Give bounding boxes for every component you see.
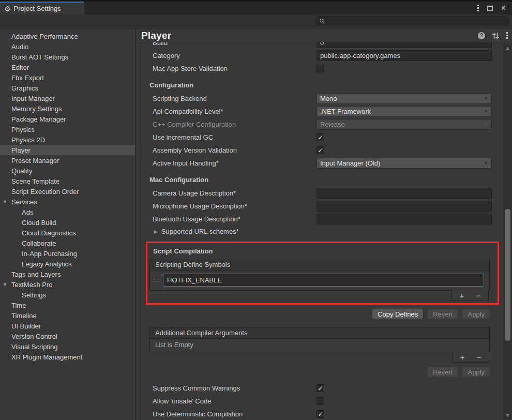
allow-unsafe-code-checkbox[interactable] [317,397,324,405]
sidebar-item-scene-template[interactable]: Scene Template [0,176,135,186]
sidebar-item-label: Tags and Layers [11,271,61,278]
field-label: Api Compatibility Level* [135,108,317,115]
sidebar-item-collaborate[interactable]: Collaborate [0,238,135,248]
close-icon[interactable]: × [501,4,506,12]
sidebar-item-script-execution-order[interactable]: Script Execution Order [0,186,135,197]
scroll-down-icon[interactable]: ▼ [503,413,512,418]
content-header: Player ? [135,29,512,42]
sidebar-item-tmp-settings[interactable]: Settings [0,290,135,300]
scrollbar[interactable]: ▲ ▼ [503,43,512,420]
sidebar-item-time[interactable]: Time [0,300,135,310]
sidebar-item-graphics[interactable]: Graphics [0,83,135,93]
context-menu-kebab-icon[interactable] [506,32,508,39]
field-label: Camera Usage Description* [135,189,317,197]
sidebar-item-audio[interactable]: Audio [0,41,135,52]
camera-usage-input[interactable] [317,188,492,199]
sidebar-item-timeline[interactable]: Timeline [0,310,135,321]
assembly-version-validation-checkbox[interactable]: ✓ [317,146,324,154]
sidebar-item-player-selected[interactable]: Player [0,145,135,155]
active-input-handling-row: Active Input Handling* Input Manager (Ol… [135,158,503,169]
sidebar-item-input-manager[interactable]: Input Manager [0,93,135,103]
supported-url-schemes-foldout[interactable]: ▶ Supported URL schemes* [135,227,503,236]
add-item-button[interactable]: + [456,352,469,362]
chevron-down-icon: ▼ [484,122,488,127]
suppress-common-warnings-checkbox[interactable]: ✓ [317,384,324,392]
remove-item-button[interactable]: − [472,291,485,301]
sidebar-item-adaptive-performance[interactable]: Adaptive Performance [0,31,135,41]
help-icon[interactable]: ? [478,32,485,39]
sidebar-item-cloud-build[interactable]: Cloud Build [0,217,135,228]
window-kebab-menu-icon[interactable] [477,5,479,11]
sidebar-item-ui-builder[interactable]: UI Builder [0,321,135,331]
bluetooth-usage-row: Bluetooth Usage Description* [135,214,503,224]
sidebar-item-label: Fbx Export [11,74,44,82]
use-deterministic-compilation-checkbox[interactable]: ✓ [317,410,324,418]
foldout-label: Supported URL schemes* [161,228,239,235]
field-label: Assembly Version Validation [135,146,317,154]
empty-list-label: List is Empty [150,339,489,352]
sidebar-item-textmesh-pro[interactable]: ▼TextMesh Pro [0,279,135,290]
sidebar-item-version-control[interactable]: Version Control [0,331,135,341]
sidebar-item-ads[interactable]: Ads [0,207,135,217]
remove-item-button[interactable]: − [472,352,486,362]
sidebar-item-xr-plugin-management[interactable]: XR Plugin Management [0,352,135,362]
add-item-button[interactable]: + [455,291,469,301]
api-compatibility-dropdown[interactable]: .NET Framework ▼ [317,106,492,117]
sidebar-item-physics-2d[interactable]: Physics 2D [0,134,135,145]
field-label: Bluetooth Usage Description* [135,215,317,223]
use-deterministic-compilation-row: Use Deterministic Compilation ✓ [135,409,503,419]
use-incremental-gc-checkbox[interactable]: ✓ [317,133,324,141]
sidebar-item-visual-scripting[interactable]: Visual Scripting [0,341,135,352]
tab-project-settings[interactable]: ⚙ Project Settings [0,2,84,14]
bluetooth-usage-input[interactable] [317,214,492,224]
maximize-icon[interactable] [487,6,493,11]
scripting-define-symbols-box: Scripting Define Symbols [149,259,490,291]
foldout-open-icon[interactable]: ▼ [3,199,11,204]
field-label: Build [135,42,317,47]
sidebar-item-cloud-diagnostics[interactable]: Cloud Diagnostics [0,228,135,238]
section-title-configuration: Configuration [135,81,503,89]
list-title: Scripting Define Symbols [155,261,230,268]
sidebar-item-services[interactable]: ▼Services [0,197,135,207]
define-symbols-actions: Copy Defines Revert Apply [135,309,490,319]
drag-handle-icon[interactable] [150,279,163,281]
preset-icon[interactable] [492,32,500,39]
sidebar-item-burst-aot-settings[interactable]: Burst AOT Settings [0,52,135,62]
build-input[interactable] [317,42,492,48]
foldout-open-icon[interactable]: ▼ [3,282,11,287]
sidebar-item-package-manager[interactable]: Package Manager [0,114,135,124]
search-box[interactable] [315,16,509,26]
search-input[interactable] [328,18,505,25]
microphone-usage-input[interactable] [317,201,492,212]
body: Adaptive Performance Audio Burst AOT Set… [0,29,512,420]
copy-defines-button[interactable]: Copy Defines [372,309,424,319]
mac-app-store-validation-checkbox[interactable] [317,65,324,72]
sidebar-item-memory-settings[interactable]: Memory Settings [0,103,135,114]
sidebar-item-editor[interactable]: Editor [0,62,135,72]
sidebar-item-fbx-export[interactable]: Fbx Export [0,72,135,83]
dropdown-value: Mono [320,95,337,102]
sidebar-item-preset-manager[interactable]: Preset Manager [0,155,135,166]
scrollbar-thumb[interactable] [505,209,510,341]
category-input[interactable] [317,50,492,61]
sidebar-item-label: Preset Manager [11,157,59,164]
sidebar-item-in-app-purchasing[interactable]: In-App Purchasing [0,248,135,259]
scroll-up-icon[interactable]: ▲ [503,46,512,51]
sidebar-item-physics[interactable]: Physics [0,124,135,134]
active-input-handling-dropdown[interactable]: Input Manager (Old) ▼ [317,158,492,169]
apply-button: Apply [462,367,490,377]
window-controls: × [477,2,512,14]
inspector-scroll-area[interactable]: Build Category Mac App Store Validation … [135,42,503,420]
sidebar-item-quality[interactable]: Quality [0,166,135,176]
scripting-backend-dropdown[interactable]: Mono ▼ [317,93,492,104]
sidebar-item-label: Ads [22,208,33,216]
define-symbol-input[interactable] [163,274,484,287]
sidebar-item-label: XR Plugin Management [11,353,82,361]
sidebar-item-label: Input Manager [11,95,55,102]
sidebar-item-label: Timeline [11,312,37,320]
sidebar-item-label: Physics 2D [11,136,45,144]
sidebar-item-legacy-analytics[interactable]: Legacy Analytics [0,259,135,269]
toolbar [0,14,512,28]
section-title-mac-configuration: Mac Configuration [135,176,503,184]
sidebar-item-tags-and-layers[interactable]: Tags and Layers [0,269,135,279]
